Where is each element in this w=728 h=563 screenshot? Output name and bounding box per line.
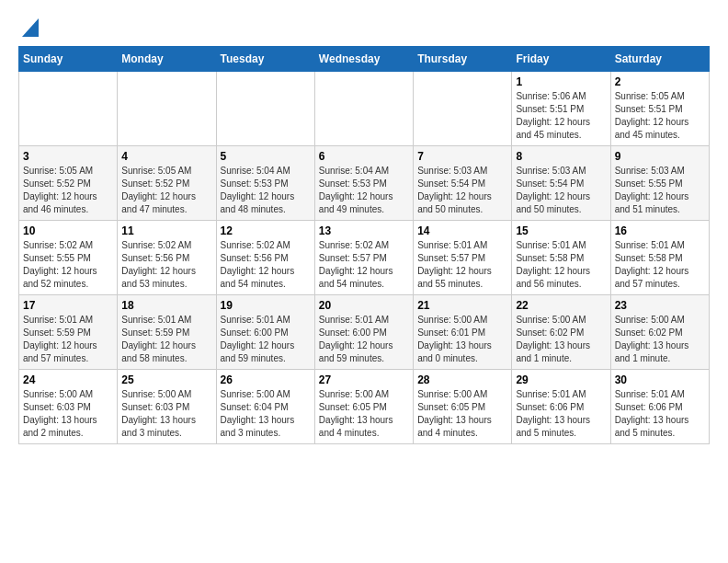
logo	[18, 18, 39, 37]
day-info: Sunrise: 5:01 AM Sunset: 6:06 PM Dayligh…	[615, 388, 705, 440]
day-number: 17	[23, 299, 113, 312]
calendar-cell	[19, 72, 118, 146]
calendar-day-header: Friday	[512, 47, 610, 72]
calendar-cell: 6Sunrise: 5:04 AM Sunset: 5:53 PM Daylig…	[314, 146, 413, 221]
calendar-cell	[216, 72, 314, 146]
day-info: Sunrise: 5:00 AM Sunset: 6:03 PM Dayligh…	[23, 388, 113, 440]
calendar-cell: 11Sunrise: 5:02 AM Sunset: 5:56 PM Dayli…	[118, 221, 216, 295]
day-number: 30	[615, 373, 705, 386]
day-info: Sunrise: 5:00 AM Sunset: 6:02 PM Dayligh…	[516, 314, 606, 365]
day-number: 23	[615, 299, 705, 312]
day-info: Sunrise: 5:05 AM Sunset: 5:52 PM Dayligh…	[121, 165, 211, 216]
day-info: Sunrise: 5:05 AM Sunset: 5:51 PM Dayligh…	[615, 90, 705, 142]
day-info: Sunrise: 5:00 AM Sunset: 6:01 PM Dayligh…	[417, 314, 507, 365]
calendar-cell: 17Sunrise: 5:01 AM Sunset: 5:59 PM Dayli…	[19, 295, 118, 370]
calendar-cell: 4Sunrise: 5:05 AM Sunset: 5:52 PM Daylig…	[118, 146, 216, 221]
calendar-cell: 23Sunrise: 5:00 AM Sunset: 6:02 PM Dayli…	[610, 295, 709, 370]
calendar-cell: 5Sunrise: 5:04 AM Sunset: 5:53 PM Daylig…	[216, 146, 314, 221]
calendar-cell	[414, 72, 512, 146]
day-info: Sunrise: 5:02 AM Sunset: 5:56 PM Dayligh…	[221, 239, 311, 291]
day-info: Sunrise: 5:00 AM Sunset: 6:04 PM Dayligh…	[221, 388, 311, 440]
day-number: 6	[319, 150, 409, 163]
calendar-cell: 21Sunrise: 5:00 AM Sunset: 6:01 PM Dayli…	[414, 295, 512, 370]
day-number: 21	[417, 299, 507, 312]
day-number: 12	[221, 224, 311, 237]
day-info: Sunrise: 5:03 AM Sunset: 5:55 PM Dayligh…	[615, 165, 705, 216]
calendar-cell: 18Sunrise: 5:01 AM Sunset: 5:59 PM Dayli…	[118, 295, 216, 370]
calendar-cell: 2Sunrise: 5:05 AM Sunset: 5:51 PM Daylig…	[610, 72, 709, 146]
day-number: 16	[615, 224, 705, 237]
day-info: Sunrise: 5:01 AM Sunset: 6:00 PM Dayligh…	[319, 314, 409, 365]
day-number: 10	[23, 224, 113, 237]
calendar-cell: 16Sunrise: 5:01 AM Sunset: 5:58 PM Dayli…	[610, 221, 709, 295]
calendar-cell	[314, 72, 413, 146]
calendar-week-row: 17Sunrise: 5:01 AM Sunset: 5:59 PM Dayli…	[19, 295, 710, 370]
day-number: 8	[516, 150, 606, 163]
calendar-cell: 13Sunrise: 5:02 AM Sunset: 5:57 PM Dayli…	[314, 221, 413, 295]
day-info: Sunrise: 5:01 AM Sunset: 5:59 PM Dayligh…	[121, 314, 211, 365]
day-number: 5	[221, 150, 311, 163]
day-number: 25	[121, 373, 211, 386]
calendar-week-row: 1Sunrise: 5:06 AM Sunset: 5:51 PM Daylig…	[19, 72, 710, 146]
day-info: Sunrise: 5:01 AM Sunset: 5:58 PM Dayligh…	[615, 239, 705, 291]
day-number: 9	[615, 150, 705, 163]
day-number: 27	[319, 373, 409, 386]
calendar-cell: 12Sunrise: 5:02 AM Sunset: 5:56 PM Dayli…	[216, 221, 314, 295]
day-info: Sunrise: 5:01 AM Sunset: 6:00 PM Dayligh…	[221, 314, 311, 365]
day-info: Sunrise: 5:02 AM Sunset: 5:55 PM Dayligh…	[23, 239, 113, 291]
day-info: Sunrise: 5:03 AM Sunset: 5:54 PM Dayligh…	[417, 165, 507, 216]
calendar-cell: 28Sunrise: 5:00 AM Sunset: 6:05 PM Dayli…	[414, 370, 512, 444]
calendar-day-header: Saturday	[610, 47, 709, 72]
day-info: Sunrise: 5:01 AM Sunset: 6:06 PM Dayligh…	[516, 388, 606, 440]
day-number: 3	[23, 150, 113, 163]
svg-marker-0	[22, 18, 39, 37]
calendar-cell	[118, 72, 216, 146]
calendar-cell: 19Sunrise: 5:01 AM Sunset: 6:00 PM Dayli…	[216, 295, 314, 370]
calendar-day-header: Sunday	[19, 47, 118, 72]
calendar-cell: 14Sunrise: 5:01 AM Sunset: 5:57 PM Dayli…	[414, 221, 512, 295]
day-info: Sunrise: 5:02 AM Sunset: 5:57 PM Dayligh…	[319, 239, 409, 291]
day-number: 2	[615, 75, 705, 88]
calendar-day-header: Tuesday	[216, 47, 314, 72]
calendar-body: 1Sunrise: 5:06 AM Sunset: 5:51 PM Daylig…	[19, 72, 710, 444]
day-number: 29	[516, 373, 606, 386]
day-number: 22	[516, 299, 606, 312]
day-info: Sunrise: 5:01 AM Sunset: 5:59 PM Dayligh…	[23, 314, 113, 365]
calendar-week-row: 3Sunrise: 5:05 AM Sunset: 5:52 PM Daylig…	[19, 146, 710, 221]
calendar-cell: 29Sunrise: 5:01 AM Sunset: 6:06 PM Dayli…	[512, 370, 610, 444]
day-info: Sunrise: 5:01 AM Sunset: 5:57 PM Dayligh…	[417, 239, 507, 291]
day-number: 15	[516, 224, 606, 237]
day-info: Sunrise: 5:02 AM Sunset: 5:56 PM Dayligh…	[121, 239, 211, 291]
day-number: 19	[221, 299, 311, 312]
day-number: 26	[221, 373, 311, 386]
day-number: 1	[516, 75, 606, 88]
calendar-cell: 24Sunrise: 5:00 AM Sunset: 6:03 PM Dayli…	[19, 370, 118, 444]
day-number: 28	[417, 373, 507, 386]
day-number: 11	[121, 224, 211, 237]
calendar-table: SundayMondayTuesdayWednesdayThursdayFrid…	[18, 46, 710, 444]
calendar-week-row: 10Sunrise: 5:02 AM Sunset: 5:55 PM Dayli…	[19, 221, 710, 295]
calendar-cell: 26Sunrise: 5:00 AM Sunset: 6:04 PM Dayli…	[216, 370, 314, 444]
calendar-day-header: Wednesday	[314, 47, 413, 72]
day-info: Sunrise: 5:00 AM Sunset: 6:05 PM Dayligh…	[417, 388, 507, 440]
page-header	[18, 18, 710, 37]
day-number: 13	[319, 224, 409, 237]
day-number: 7	[417, 150, 507, 163]
day-number: 4	[121, 150, 211, 163]
calendar-cell: 8Sunrise: 5:03 AM Sunset: 5:54 PM Daylig…	[512, 146, 610, 221]
logo-icon	[22, 18, 39, 37]
calendar-day-header: Thursday	[414, 47, 512, 72]
day-info: Sunrise: 5:06 AM Sunset: 5:51 PM Dayligh…	[516, 90, 606, 142]
day-info: Sunrise: 5:01 AM Sunset: 5:58 PM Dayligh…	[516, 239, 606, 291]
calendar-cell: 22Sunrise: 5:00 AM Sunset: 6:02 PM Dayli…	[512, 295, 610, 370]
calendar-cell: 3Sunrise: 5:05 AM Sunset: 5:52 PM Daylig…	[19, 146, 118, 221]
calendar-header: SundayMondayTuesdayWednesdayThursdayFrid…	[19, 47, 710, 72]
day-info: Sunrise: 5:04 AM Sunset: 5:53 PM Dayligh…	[319, 165, 409, 216]
calendar-cell: 30Sunrise: 5:01 AM Sunset: 6:06 PM Dayli…	[610, 370, 709, 444]
day-info: Sunrise: 5:04 AM Sunset: 5:53 PM Dayligh…	[221, 165, 311, 216]
calendar-cell: 15Sunrise: 5:01 AM Sunset: 5:58 PM Dayli…	[512, 221, 610, 295]
calendar-cell: 1Sunrise: 5:06 AM Sunset: 5:51 PM Daylig…	[512, 72, 610, 146]
calendar-header-row: SundayMondayTuesdayWednesdayThursdayFrid…	[19, 47, 710, 72]
calendar-cell: 25Sunrise: 5:00 AM Sunset: 6:03 PM Dayli…	[118, 370, 216, 444]
day-info: Sunrise: 5:00 AM Sunset: 6:02 PM Dayligh…	[615, 314, 705, 365]
